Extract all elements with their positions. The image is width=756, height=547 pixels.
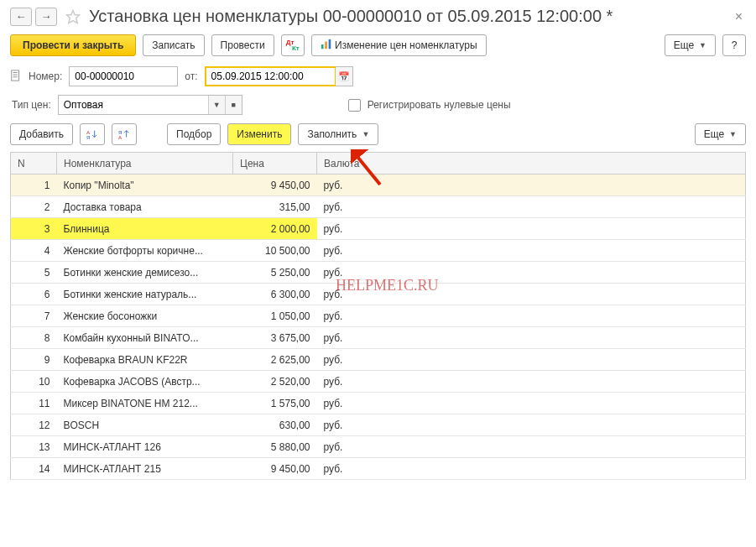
fill-button[interactable]: Заполнить▼ (298, 123, 378, 145)
svg-marker-0 (67, 10, 80, 23)
combo-dropdown-button[interactable]: ▼ (208, 96, 225, 114)
cell-currency: руб. (317, 436, 746, 458)
debit-credit-button[interactable]: ДтКт (281, 34, 305, 56)
cell-price: 10 500,00 (233, 240, 317, 262)
number-input[interactable] (69, 66, 178, 86)
price-change-label: Изменение цен номенклатуры (335, 39, 477, 51)
debit-credit-icon: ДтКт (286, 39, 300, 52)
cell-price: 2 625,00 (233, 349, 317, 371)
cell-currency: руб. (317, 305, 746, 327)
col-header-name[interactable]: Номенклатура (57, 153, 233, 175)
cell-name: Комбайн кухонный BINATO... (57, 327, 233, 349)
cell-name: BOSCH (57, 414, 233, 436)
cell-currency: руб. (317, 371, 746, 393)
forward-button[interactable]: → (35, 8, 57, 26)
cell-name: Кофеварка BRAUN KF22R (57, 349, 233, 371)
sort-asc-button[interactable]: АЯ (80, 123, 105, 145)
col-header-currency[interactable]: Валюта (317, 153, 746, 175)
cell-currency: руб. (317, 196, 746, 218)
date-input[interactable] (205, 66, 335, 86)
cell-currency: руб. (317, 393, 746, 414)
more-button[interactable]: Еще▼ (665, 34, 716, 56)
chevron-down-icon: ▼ (729, 130, 737, 138)
cell-n: 13 (11, 436, 57, 458)
table-row[interactable]: 12BOSCH630,00руб. (11, 414, 746, 436)
cell-name: Ботинки женские демисезо... (57, 262, 233, 284)
add-button[interactable]: Добавить (10, 123, 73, 145)
table-row[interactable]: 2Доставка товара315,00руб. (11, 196, 746, 218)
document-icon (10, 70, 22, 84)
cell-price: 315,00 (233, 196, 317, 218)
col-header-n[interactable]: N (11, 153, 57, 175)
cell-n: 2 (11, 196, 57, 218)
table-row[interactable]: 3Блинница2 000,00руб. (11, 218, 746, 240)
select-button[interactable]: Подбор (167, 123, 221, 145)
svg-rect-1 (321, 44, 324, 49)
svg-text:Я: Я (86, 134, 90, 140)
cell-currency: руб. (317, 218, 746, 240)
cell-name: МИНСК-АТЛАНТ 215 (57, 458, 233, 480)
post-and-close-button[interactable]: Провести и закрыть (10, 34, 136, 56)
cell-n: 6 (11, 284, 57, 305)
post-button[interactable]: Провести (211, 34, 274, 56)
price-change-report-button[interactable]: Изменение цен номенклатуры (311, 34, 487, 56)
change-button[interactable]: Изменить (227, 123, 291, 145)
cell-name: Ботинки женские натураль... (57, 284, 233, 305)
cell-price: 5 880,00 (233, 436, 317, 458)
table-row[interactable]: 13МИНСК-АТЛАНТ 1265 880,00руб. (11, 436, 746, 458)
cell-n: 3 (11, 218, 57, 240)
cell-price: 3 675,00 (233, 327, 317, 349)
cell-currency: руб. (317, 262, 746, 284)
back-button[interactable]: ← (10, 8, 32, 26)
favorite-star-icon[interactable] (65, 9, 81, 24)
write-button[interactable]: Записать (143, 34, 204, 56)
price-table[interactable]: N Номенклатура Цена Валюта 1Копир "Minol… (10, 152, 746, 480)
cell-price: 1 575,00 (233, 393, 317, 414)
register-zero-checkbox[interactable] (348, 99, 361, 112)
chevron-down-icon: ▼ (699, 41, 706, 49)
help-button[interactable]: ? (722, 34, 746, 56)
table-row[interactable]: 10Кофеварка JACOBS (Австр...2 520,00руб. (11, 371, 746, 393)
table-row[interactable]: 7Женские босоножки1 050,00руб. (11, 305, 746, 327)
from-label: от: (185, 70, 197, 82)
combo-open-button[interactable]: ■ (225, 96, 242, 114)
price-type-input[interactable] (59, 96, 208, 114)
cell-currency: руб. (317, 284, 746, 305)
calendar-button[interactable]: 📅 (335, 66, 353, 86)
more-label: Еще (674, 39, 694, 51)
table-row[interactable]: 1Копир "Minolta"9 450,00руб. (11, 175, 746, 196)
col-header-price[interactable]: Цена (233, 153, 317, 175)
table-more-button[interactable]: Еще▼ (695, 123, 746, 145)
cell-price: 630,00 (233, 414, 317, 436)
close-icon[interactable]: × (732, 9, 746, 24)
price-type-combo[interactable]: ▼ ■ (58, 95, 242, 115)
table-row[interactable]: 9Кофеварка BRAUN KF22R2 625,00руб. (11, 349, 746, 371)
svg-rect-2 (325, 41, 327, 49)
cell-n: 10 (11, 371, 57, 393)
table-row[interactable]: 8Комбайн кухонный BINATO...3 675,00руб. (11, 327, 746, 349)
table-row[interactable]: 6Ботинки женские натураль...6 300,00руб. (11, 284, 746, 305)
price-type-label: Тип цен: (12, 99, 51, 111)
table-row[interactable]: 11Миксер BINATONE HM 212...1 575,00руб. (11, 393, 746, 414)
table-row[interactable]: 5Ботинки женские демисезо...5 250,00руб. (11, 262, 746, 284)
sort-desc-button[interactable]: ЯА (112, 123, 137, 145)
cell-price: 6 300,00 (233, 284, 317, 305)
table-row[interactable]: 14МИНСК-АТЛАНТ 2159 450,00руб. (11, 458, 746, 480)
cell-price: 9 450,00 (233, 175, 317, 196)
cell-currency: руб. (317, 458, 746, 480)
cell-price: 1 050,00 (233, 305, 317, 327)
table-more-label: Еще (704, 128, 724, 140)
cell-n: 12 (11, 414, 57, 436)
cell-n: 1 (11, 175, 57, 196)
cell-name: Женские босоножки (57, 305, 233, 327)
cell-currency: руб. (317, 175, 746, 196)
cell-price: 9 450,00 (233, 458, 317, 480)
cell-name: Миксер BINATONE HM 212... (57, 393, 233, 414)
cell-price: 5 250,00 (233, 262, 317, 284)
cell-n: 4 (11, 240, 57, 262)
fill-label: Заполнить (307, 128, 357, 140)
cell-n: 14 (11, 458, 57, 480)
cell-n: 11 (11, 393, 57, 414)
table-row[interactable]: 4Женские ботфорты коричне...10 500,00руб… (11, 240, 746, 262)
cell-name: МИНСК-АТЛАНТ 126 (57, 436, 233, 458)
